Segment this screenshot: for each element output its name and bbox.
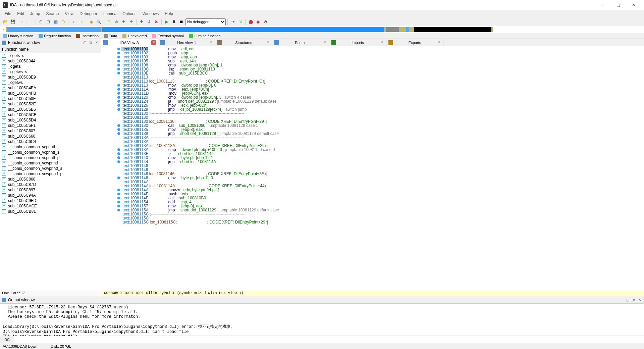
panel-close-icon[interactable]: ✕ (637, 298, 642, 302)
tab-close-icon[interactable]: ✕ (208, 40, 213, 45)
output-text[interactable]: License: 57-6EF1-7915-23 Hex-Rays SA (32… (0, 304, 644, 336)
menu-options[interactable]: Options (120, 11, 139, 17)
tab-close-icon[interactable]: ✕ (379, 40, 384, 45)
search-icon[interactable]: 🔍 (95, 18, 102, 25)
function-row[interactable]: fsub_1005C607 (0, 128, 101, 134)
disasm-line[interactable]: .text:1008115C ;------------------------… (101, 212, 644, 216)
close-button[interactable]: ✕ (626, 0, 641, 10)
function-row[interactable]: fsub_1005C87D (0, 182, 101, 187)
tab-imports[interactable]: Imports✕ (329, 39, 386, 46)
function-row[interactable]: fsub_1005C94A (0, 193, 101, 198)
function-row[interactable]: fsub_1005C897 (0, 187, 101, 193)
panel-pop-icon[interactable]: ⧉ (88, 41, 93, 45)
play-icon[interactable]: ▶ (163, 18, 170, 25)
function-row[interactable]: fsub_1005C5D4 (0, 117, 101, 123)
tb-icon[interactable]: ⬡ (60, 18, 66, 25)
tab-exports[interactable]: Exports✕ (386, 39, 443, 46)
function-row[interactable]: f__conio_common_vcwprintf_p (0, 171, 101, 177)
function-row[interactable]: f_cgetws (0, 80, 101, 85)
pause-icon[interactable]: ⏸ (171, 18, 177, 25)
function-row[interactable]: fsub_1005C3E9 (0, 74, 101, 80)
function-row[interactable]: f__conio_common_vcwprintf (0, 160, 101, 166)
idc-input[interactable] (13, 336, 644, 343)
tab-ida-view-a[interactable]: IDA View-A✕ (101, 39, 158, 46)
menu-file[interactable]: File (2, 11, 14, 17)
open-icon[interactable]: 📂 (2, 18, 9, 25)
panel-pop-icon[interactable]: ⧉ (631, 298, 636, 302)
function-row[interactable]: fsub_1005C6C4 (0, 139, 101, 144)
tb-icon[interactable]: ▦ (52, 18, 59, 25)
menu-search[interactable]: Search (43, 11, 61, 17)
tb-icon[interactable]: ✚ (138, 18, 145, 25)
tb-icon[interactable]: ◉ (255, 18, 261, 25)
cancel-icon[interactable]: ✖ (153, 18, 160, 25)
stop-icon[interactable]: ⏹ (178, 18, 185, 25)
tb-icon[interactable]: ✚ (120, 18, 127, 25)
tab-hex-view-1[interactable]: Hex View-1✕ (158, 39, 215, 46)
tb-icon[interactable]: ⊕ (106, 18, 112, 25)
function-row[interactable]: f__conio_common_vcprintf_s (0, 150, 101, 155)
function-row[interactable]: fsub_1005C044 (0, 58, 101, 64)
menu-jump[interactable]: Jump (28, 11, 43, 17)
function-row[interactable]: fsub_1005C4EA (0, 85, 101, 91)
tab-close-icon[interactable]: ✕ (265, 40, 270, 45)
disasm-line[interactable]: .text:10081130 ;------------------------… (101, 111, 644, 115)
idc-label[interactable]: IDC (0, 336, 13, 343)
tab-structures[interactable]: Structures✕ (215, 39, 272, 46)
menu-view[interactable]: View (62, 11, 76, 17)
function-row[interactable]: f_cgets_s (0, 53, 101, 58)
disassembly-view[interactable]: .text:10081100 mov edi, edi.text:1008110… (101, 46, 644, 290)
function-row[interactable]: fsub_1005C9FD (0, 198, 101, 203)
tb-icon[interactable]: ⊡ (45, 18, 52, 25)
function-row[interactable]: fsub_1005C4FB (0, 91, 101, 96)
tb-icon[interactable]: ⊕ (113, 18, 120, 25)
disasm-line[interactable]: .text:1008115C loc_1008115C: ; CODE XREF… (101, 220, 644, 224)
menu-lumina[interactable]: Lumina (101, 11, 119, 17)
tab-close-icon[interactable]: ✕ (436, 40, 441, 45)
menu-debugger[interactable]: Debugger (77, 11, 100, 17)
tb-icon[interactable]: ⊞ (38, 18, 44, 25)
function-row[interactable]: fsub_1005C868 (0, 177, 101, 182)
disasm-line[interactable]: .text:10081146 ;------------------------… (101, 164, 644, 168)
tb-icon[interactable]: ⊘ (262, 18, 269, 25)
disasm-line[interactable]: .text:1008113A ;------------------------… (101, 136, 644, 140)
panel-restore-icon[interactable]: ▢ (82, 41, 87, 45)
function-row[interactable]: f_cgetws_s (0, 69, 101, 74)
tb-icon[interactable]: ◆ (88, 18, 95, 25)
down-icon[interactable]: ↓ (70, 18, 77, 25)
navigation-overview[interactable]: ▸ (0, 26, 644, 33)
function-row[interactable]: fsub_1005C52E (0, 101, 101, 107)
back-icon[interactable]: ← (20, 18, 26, 25)
function-row[interactable]: fsub_1005C5CB (0, 112, 101, 117)
maximize-button[interactable]: ▢ (610, 0, 626, 10)
function-row[interactable]: fsub_1005C50E (0, 96, 101, 101)
disasm-line[interactable]: .text:10081146 mov byte ptr [ebp-1], 0 (101, 176, 644, 180)
function-list[interactable]: f_cgets_sfsub_1005C044f_cgetsf_cgetws_sf… (0, 53, 101, 290)
panel-restore-icon[interactable]: ▢ (625, 298, 630, 302)
function-row[interactable]: f__conio_common_vcprintf (0, 144, 101, 150)
function-row[interactable]: fsub_1005C5B6 (0, 107, 101, 112)
tb-icon[interactable]: ✚ (128, 18, 135, 25)
menu-edit[interactable]: Edit (14, 11, 27, 17)
function-row[interactable]: f__conio_common_vcprintf_p (0, 155, 101, 160)
function-row[interactable]: fsub_1005CB81 (0, 209, 101, 214)
save-icon[interactable]: 💾 (9, 18, 16, 25)
tab-close-icon[interactable]: ✕ (151, 40, 156, 45)
tb-icon[interactable]: ↺ (146, 18, 152, 25)
tab-enums[interactable]: Enums✕ (272, 39, 329, 46)
disasm-line[interactable]: .text:1008110E call sub_1015EBCC (101, 71, 644, 75)
tb-icon[interactable]: ⬤ (247, 18, 254, 25)
tb-icon[interactable]: ⇲ (237, 18, 244, 25)
minimize-button[interactable]: ─ (595, 0, 610, 10)
function-row[interactable]: f_cgets (0, 64, 101, 69)
function-row[interactable]: f__conio_common_vcwprintf_s (0, 166, 101, 171)
tb-icon[interactable]: ↔ (77, 18, 84, 25)
debugger-select[interactable]: No debugger (185, 18, 226, 25)
fwd-icon[interactable]: → (27, 18, 34, 25)
tab-close-icon[interactable]: ✕ (322, 40, 327, 45)
menu-windows[interactable]: Windows (140, 11, 162, 17)
menu-help[interactable]: Help (162, 11, 176, 17)
function-row[interactable]: fsub_1005C5F1 (0, 123, 101, 128)
panel-close-icon[interactable]: ✕ (94, 41, 99, 45)
function-column-header[interactable]: Function name (0, 46, 101, 53)
